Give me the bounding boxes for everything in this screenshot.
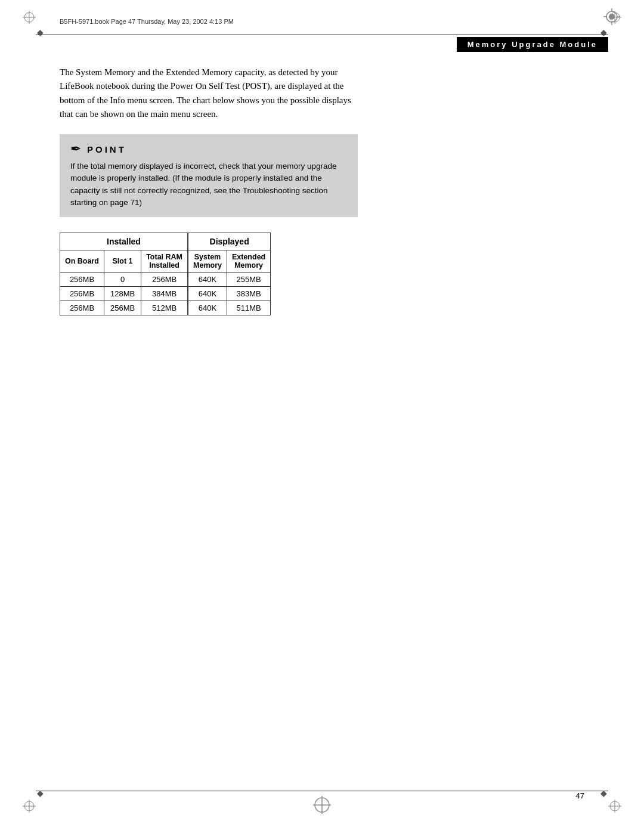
table-row: 256MB 128MB 384MB 640K 383MB	[60, 287, 271, 301]
table-row: 256MB 256MB 512MB 640K 511MB	[60, 301, 271, 315]
table-body: 256MB 0 256MB 640K 255MB 256MB 128MB 384…	[60, 272, 271, 315]
col-header-onboard: On Board	[60, 250, 104, 272]
table-group-header-row: Installed Displayed	[60, 233, 271, 250]
point-icon: ✒	[70, 143, 81, 156]
group-header-installed: Installed	[60, 233, 188, 250]
reg-mark-bc	[313, 796, 331, 816]
group-header-displayed: Displayed	[188, 233, 271, 250]
memory-table: Installed Displayed On Board Slot 1 Tota…	[60, 233, 271, 315]
page: B5FH-5971.book Page 47 Thursday, May 23,…	[0, 0, 644, 833]
cell-totalram: 512MB	[141, 301, 188, 315]
col-header-sysmem: SystemMemory	[188, 250, 227, 272]
cell-totalram: 384MB	[141, 287, 188, 301]
rule-bottom	[36, 791, 608, 791]
svg-point-16	[609, 14, 615, 20]
cell-slot1: 0	[104, 272, 141, 287]
page-header-bar: Memory Upgrade Module	[457, 37, 608, 52]
tick-bottom-right: ◆	[600, 788, 607, 798]
cell-extmem: 255MB	[227, 272, 270, 287]
point-label: POINT	[87, 144, 126, 154]
col-header-totalram: Total RAMInstalled	[141, 250, 188, 272]
body-paragraph: The System Memory and the Extended Memor…	[60, 66, 358, 121]
reg-mark-br	[608, 800, 621, 815]
cell-extmem: 383MB	[227, 287, 270, 301]
table-sub-header-row: On Board Slot 1 Total RAMInstalled Syste…	[60, 250, 271, 272]
reg-mark-tl	[23, 11, 36, 26]
main-content: The System Memory and the Extended Memor…	[60, 66, 584, 315]
reg-mark-sun	[603, 8, 620, 27]
file-info: B5FH-5971.book Page 47 Thursday, May 23,…	[60, 18, 234, 25]
point-header: ✒ POINT	[70, 143, 347, 156]
cell-sysmem: 640K	[188, 287, 227, 301]
header-title: Memory Upgrade Module	[467, 40, 597, 49]
tick-bottom-left: ◆	[37, 788, 44, 798]
cell-onboard: 256MB	[60, 287, 104, 301]
cell-sysmem: 640K	[188, 272, 227, 287]
tick-right: ◆	[600, 27, 607, 38]
cell-slot1: 128MB	[104, 287, 141, 301]
col-header-extmem: ExtendedMemory	[227, 250, 270, 272]
cell-onboard: 256MB	[60, 272, 104, 287]
cell-onboard: 256MB	[60, 301, 104, 315]
col-header-slot1: Slot 1	[104, 250, 141, 272]
cell-slot1: 256MB	[104, 301, 141, 315]
cell-sysmem: 640K	[188, 301, 227, 315]
point-text: If the total memory displayed is incorre…	[70, 160, 347, 209]
point-box: ✒ POINT If the total memory displayed is…	[60, 134, 358, 217]
reg-mark-bl	[23, 800, 36, 815]
rule-top	[36, 35, 608, 35]
page-number: 47	[576, 791, 584, 800]
cell-extmem: 511MB	[227, 301, 270, 315]
tick-left: ◆	[37, 27, 44, 38]
cell-totalram: 256MB	[141, 272, 188, 287]
table-row: 256MB 0 256MB 640K 255MB	[60, 272, 271, 287]
